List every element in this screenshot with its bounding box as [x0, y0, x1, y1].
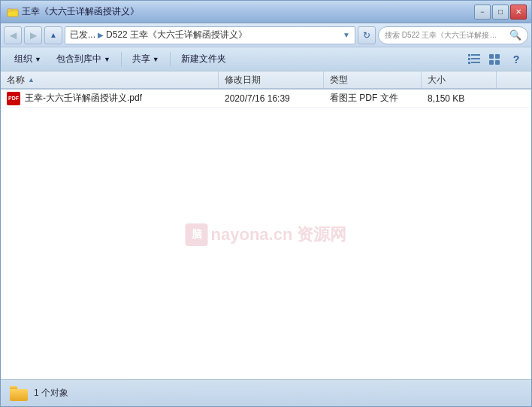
watermark-logo: 脑: [186, 223, 208, 246]
column-header-date[interactable]: 修改日期: [219, 71, 324, 88]
toolbar-right: ?: [465, 51, 525, 68]
column-header-size[interactable]: 大小: [422, 71, 497, 88]
content-area: 名称 ▲ 修改日期 类型 大小 PDF 王幸-大六壬详解函授讲义.pdf: [1, 71, 531, 379]
folder-icon: [10, 386, 28, 401]
file-size-cell: 8,150 KB: [422, 90, 497, 107]
library-dropdown-icon: ▼: [104, 56, 110, 63]
view-large-icons-button[interactable]: [486, 51, 504, 68]
sort-arrow-icon: ▲: [28, 76, 35, 84]
folder-body: [10, 389, 28, 401]
nav-bar: ◀ ▶ ▲ 已发... ▶ D522 王幸《大六壬详解函授讲义》 ▼ ↻ 搜索 …: [1, 23, 531, 47]
breadcrumb-dropdown-icon[interactable]: ▼: [343, 31, 350, 39]
status-bar: 1 个对象: [1, 379, 531, 406]
organize-button[interactable]: 组织 ▼: [7, 50, 49, 69]
svg-rect-7: [468, 62, 470, 64]
svg-rect-10: [495, 54, 500, 59]
window-icon: [7, 6, 19, 18]
close-button[interactable]: ✕: [510, 5, 527, 20]
refresh-button[interactable]: ↻: [358, 26, 376, 44]
file-list: PDF 王幸-大六壬详解函授讲义.pdf 2020/7/16 16:39 看图王…: [1, 90, 531, 379]
explorer-window: 王幸《大六壬详解函授讲义》 － □ ✕ ◀ ▶ ▲ 已发... ▶ D522 王…: [0, 0, 532, 407]
svg-rect-2: [8, 9, 12, 11]
file-date: 2020/7/16 16:39: [225, 93, 290, 104]
title-bar: 王幸《大六壬详解函授讲义》 － □ ✕: [1, 1, 531, 23]
column-header-type[interactable]: 类型: [324, 71, 422, 88]
search-icon[interactable]: 🔍: [509, 29, 521, 41]
organize-dropdown-icon: ▼: [35, 56, 41, 63]
breadcrumb-sep1: ▶: [98, 31, 104, 39]
watermark-text: nayona.cn 资源网: [211, 223, 347, 246]
breadcrumb[interactable]: 已发... ▶ D522 王幸《大六壬详解函授讲义》 ▼: [65, 26, 355, 44]
share-dropdown-icon: ▼: [153, 56, 159, 63]
forward-button[interactable]: ▶: [24, 26, 42, 44]
column-header-name[interactable]: 名称 ▲: [1, 71, 219, 88]
up-button[interactable]: ▲: [44, 26, 62, 44]
svg-rect-8: [471, 62, 480, 63]
maximize-button[interactable]: □: [492, 5, 509, 20]
new-folder-button[interactable]: 新建文件夹: [174, 50, 234, 69]
toolbar: 组织 ▼ 包含到库中 ▼ 共享 ▼ 新建文件夹: [1, 47, 531, 71]
title-bar-left: 王幸《大六壬详解函授讲义》: [7, 5, 474, 18]
breadcrumb-part1: 已发...: [70, 29, 95, 41]
svg-rect-5: [468, 58, 470, 60]
file-name-cell: PDF 王幸-大六壬详解函授讲义.pdf: [1, 90, 219, 107]
file-type: 看图王 PDF 文件: [330, 92, 398, 105]
pdf-icon: PDF: [7, 92, 20, 105]
file-list-header: 名称 ▲ 修改日期 类型 大小: [1, 71, 531, 90]
svg-rect-6: [471, 58, 480, 59]
share-button[interactable]: 共享 ▼: [125, 50, 167, 69]
svg-rect-3: [468, 54, 470, 56]
file-name: 王幸-大六壬详解函授讲义.pdf: [25, 92, 142, 105]
file-type-cell: 看图王 PDF 文件: [324, 90, 422, 107]
file-date-cell: 2020/7/16 16:39: [219, 90, 324, 107]
breadcrumb-part2: D522 王幸《大六壬详解函授讲义》: [106, 29, 247, 41]
search-box[interactable]: 搜索 D522 王幸《大六壬详解接讲... 🔍: [378, 26, 528, 44]
status-count: 1 个对象: [34, 387, 68, 399]
watermark: 脑 nayona.cn 资源网: [186, 223, 347, 246]
svg-rect-11: [489, 60, 494, 65]
file-size: 8,150 KB: [428, 93, 464, 104]
title-controls: － □ ✕: [474, 5, 527, 20]
help-button[interactable]: ?: [507, 51, 525, 68]
window-title: 王幸《大六壬详解函授讲义》: [22, 5, 139, 18]
svg-rect-9: [489, 54, 494, 59]
view-details-button[interactable]: [465, 51, 483, 68]
back-button[interactable]: ◀: [4, 26, 22, 44]
svg-rect-12: [495, 60, 500, 65]
table-row[interactable]: PDF 王幸-大六壬详解函授讲义.pdf 2020/7/16 16:39 看图王…: [1, 90, 531, 108]
toolbar-separator-2: [170, 52, 171, 67]
minimize-button[interactable]: －: [474, 5, 491, 20]
include-library-button[interactable]: 包含到库中 ▼: [49, 50, 118, 69]
toolbar-separator: [121, 52, 122, 67]
search-placeholder: 搜索 D522 王幸《大六壬详解接讲...: [385, 30, 501, 41]
svg-rect-4: [471, 54, 480, 56]
